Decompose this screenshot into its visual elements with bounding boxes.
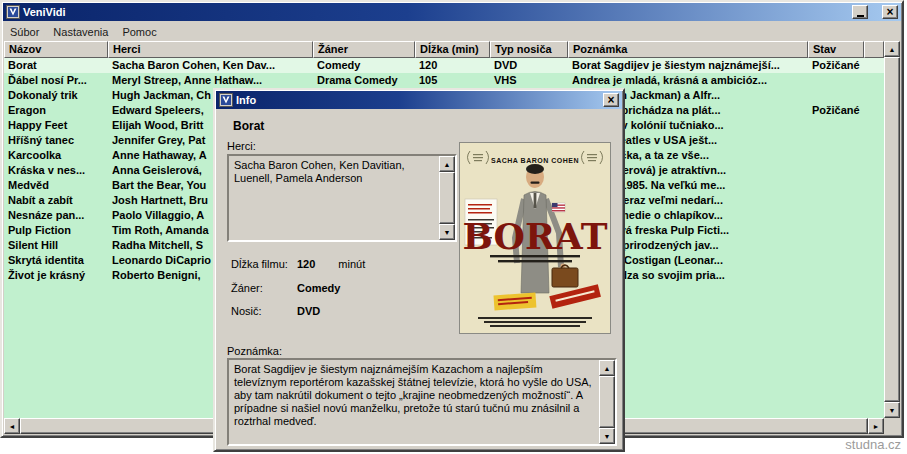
zaner-row: Žáner:Comedy (231, 282, 340, 294)
poznamka-textarea[interactable]: Borat Sagdijev je šiestym najznámejším K… (227, 358, 617, 446)
scroll-down-button[interactable]: ▼ (599, 428, 615, 444)
poznamka-scrollbar-thumb[interactable] (599, 376, 615, 428)
info-close-button[interactable]: × (603, 93, 619, 107)
cell-nazov: Medvěd (4, 178, 108, 193)
cell-typ-nosica: VHS (490, 73, 568, 88)
cell-nazov: Karcoolka (4, 148, 108, 163)
cell-zaner: Drama Comedy (313, 73, 415, 88)
cell-nazov: Eragon (4, 103, 108, 118)
close-icon: × (886, 7, 893, 17)
arrow-down-icon: ▼ (444, 229, 451, 236)
borat-poster: SACHA BARON COHEN (459, 142, 611, 334)
minimize-button[interactable] (852, 5, 868, 19)
borat-poster-art: SACHA BARON COHEN (460, 143, 610, 333)
scroll-up-button[interactable]: ▲ (884, 41, 900, 57)
cell-nazov: Kráska v nes... (4, 163, 108, 178)
column-header[interactable]: Herci (108, 41, 313, 58)
nosic-value: DVD (297, 305, 320, 317)
cell-stav (808, 133, 864, 148)
scroll-down-button[interactable]: ▼ (439, 224, 455, 240)
cell-stav (808, 73, 864, 88)
poster-title: BORAT (462, 215, 607, 257)
arrow-up-icon: ▲ (889, 46, 896, 53)
scroll-right-button[interactable]: ► (868, 418, 884, 434)
cell-stav (808, 208, 864, 223)
arrow-down-icon: ▼ (889, 407, 896, 414)
poster-actor-name: SACHA BARON COHEN (491, 157, 579, 164)
cell-stav (808, 88, 864, 103)
vertical-scrollbar-thumb[interactable] (884, 57, 900, 402)
titlebar[interactable]: VeniVidi × (3, 3, 901, 21)
scroll-down-button[interactable]: ▼ (884, 402, 900, 418)
column-header[interactable]: Typ nosiča (490, 41, 568, 58)
column-header[interactable]: Dĺžka (min) (415, 41, 490, 58)
cell-stav: Požičané (808, 58, 864, 73)
cell-nazov: Happy Feet (4, 118, 108, 133)
poster-yellow-sticker (493, 293, 536, 311)
zaner-value: Comedy (297, 282, 340, 294)
cell-nazov: Nesnáze pan... (4, 208, 108, 223)
scroll-up-button[interactable]: ▲ (599, 360, 615, 376)
scroll-up-button[interactable]: ▲ (439, 156, 455, 172)
watermark: studna.cz (845, 437, 901, 452)
column-header[interactable]: Žáner (313, 41, 415, 58)
movie-title: Borat (233, 119, 264, 133)
app-icon (6, 5, 20, 19)
scroll-left-button[interactable]: ◄ (4, 418, 20, 434)
cell-dlzka: 120 (415, 58, 490, 73)
table-row[interactable]: Ďábel nosí Pr... Meryl Streep, Anne Hath… (4, 73, 884, 88)
cell-herci: Meryl Streep, Anne Hathaw... (108, 73, 313, 88)
nosic-label: Nosič: (231, 305, 297, 317)
cell-stav: Požičané (808, 103, 864, 118)
cell-herci: Sacha Baron Cohen, Ken Dav... (108, 58, 313, 73)
column-header[interactable]: Názov (4, 41, 108, 58)
column-header[interactable]: Poznámka (568, 41, 808, 58)
cell-nazov: Hříšný tanec (4, 133, 108, 148)
herci-text: Sacha Baron Cohen, Ken Davitian, Luenell… (234, 159, 435, 185)
arrow-up-icon: ▲ (604, 365, 611, 372)
arrow-right-icon: ► (873, 423, 880, 430)
arrow-up-icon: ▲ (444, 161, 451, 168)
table-row[interactable]: Borat Sacha Baron Cohen, Ken Dav... Come… (4, 58, 884, 73)
scrollbar-corner (884, 418, 900, 434)
laurel-text-left (473, 154, 483, 161)
cell-stav (808, 223, 864, 238)
cell-stav (808, 148, 864, 163)
poznamka-scrollbar[interactable]: ▲ ▼ (599, 360, 615, 444)
vertical-scrollbar[interactable]: ▲ ▼ (884, 41, 900, 418)
cell-stav (808, 253, 864, 268)
arrow-down-icon: ▼ (604, 433, 611, 440)
close-icon: × (607, 95, 614, 105)
cell-nazov: Ďábel nosí Pr... (4, 73, 108, 88)
arrow-left-icon: ◄ (9, 423, 16, 430)
menu-item[interactable]: Pomoc (115, 24, 163, 40)
dlzka-unit: minút (338, 258, 365, 270)
close-button[interactable]: × (882, 5, 898, 19)
laurel-text-right (587, 154, 597, 161)
herci-scrollbar-thumb[interactable] (439, 172, 455, 224)
window-title: VeniVidi (23, 6, 66, 18)
cell-nazov: Borat (4, 58, 108, 73)
zaner-label: Žáner: (231, 282, 297, 294)
poster-credits (478, 317, 592, 327)
column-header[interactable]: Stav (808, 41, 864, 58)
poznamka-label: Poznámka: (227, 345, 282, 357)
menu-item[interactable]: Nastavenia (46, 24, 115, 40)
poznamka-text: Borat Sagdijev je šiestym najznámejším K… (234, 363, 595, 428)
minimize-icon (857, 15, 864, 17)
menu-item[interactable]: Súbor (3, 24, 46, 40)
info-dialog-icon (219, 93, 233, 107)
cell-dlzka: 105 (415, 73, 490, 88)
cell-poznamka: Andrea je mladá, krásná a ambicióz... (568, 73, 808, 88)
cell-nazov: Nabít a zabít (4, 193, 108, 208)
herci-scrollbar[interactable]: ▲ ▼ (439, 156, 455, 240)
nosic-row: Nosič:DVD (231, 305, 320, 317)
cell-nazov: Silent Hill (4, 238, 108, 253)
dlzka-row: Dĺžka filmu:120minút (231, 258, 365, 270)
info-dialog-title: Info (236, 94, 256, 106)
menu-bar: SúborNastaveniaPomoc (3, 22, 901, 41)
info-dialog: Info × Borat Herci: Sacha Baron Cohen, K… (213, 88, 625, 452)
info-dialog-titlebar[interactable]: Info × (216, 91, 622, 109)
cell-stav (808, 178, 864, 193)
herci-textarea[interactable]: Sacha Baron Cohen, Ken Davitian, Luenell… (227, 154, 457, 242)
